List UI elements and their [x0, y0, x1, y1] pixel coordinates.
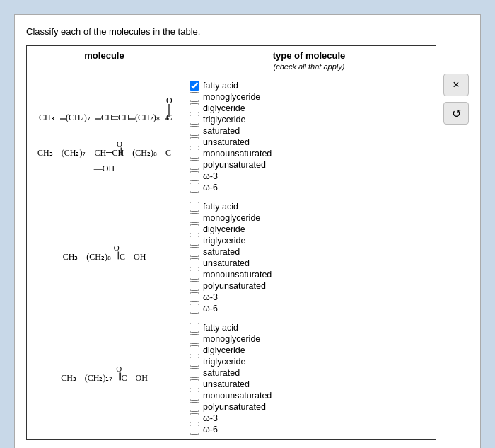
- list-item: monounsaturated: [190, 270, 429, 280]
- list-item: fatty acid: [190, 323, 429, 333]
- list-item: ω-6: [190, 183, 429, 193]
- col1-header: molecule: [27, 46, 182, 76]
- molecule-formula-1: CH₃ (CH₂)₇ CH: [34, 93, 175, 143]
- option-label: unsaturated: [203, 258, 250, 268]
- list-item: monoglyceride: [190, 213, 429, 223]
- list-item: ω-3: [190, 413, 429, 423]
- checkbox-list-1: fatty acid monoglyceride diglyceride: [190, 81, 429, 193]
- checkbox-omega6-3[interactable]: [190, 425, 199, 435]
- option-label: monoglyceride: [203, 213, 260, 223]
- list-item: unsaturated: [190, 137, 429, 147]
- checkbox-diglyceride-3[interactable]: [190, 345, 199, 355]
- option-label: ω-3: [203, 171, 218, 181]
- svg-text:(CH₂)₇: (CH₂)₇: [66, 113, 91, 122]
- checkbox-polyunsaturated-2[interactable]: [190, 281, 199, 291]
- option-label: fatty acid: [203, 202, 238, 212]
- checkbox-omega6-1[interactable]: [190, 183, 199, 193]
- svg-text:CH₃: CH₃: [39, 113, 54, 122]
- list-item: monoglyceride: [190, 92, 429, 102]
- classification-table: molecule type of molecule (check all tha…: [26, 45, 436, 440]
- option-label: monoglyceride: [203, 92, 260, 102]
- close-button[interactable]: ×: [443, 74, 469, 96]
- checkbox-fatty-acid-2[interactable]: [190, 202, 199, 212]
- checkbox-monoglyceride-1[interactable]: [190, 92, 199, 102]
- main-container: Classify each of the molecules in the ta…: [14, 14, 481, 448]
- checkbox-unsaturated-1[interactable]: [190, 137, 199, 147]
- option-label: unsaturated: [203, 379, 250, 389]
- list-item: saturated: [190, 126, 429, 136]
- option-label: saturated: [203, 126, 240, 136]
- list-item: monounsaturated: [190, 391, 429, 401]
- checkbox-omega3-1[interactable]: [190, 171, 199, 181]
- list-item: triglyceride: [190, 236, 429, 246]
- controls-column: × ↺: [443, 45, 469, 125]
- checkbox-monounsaturated-3[interactable]: [190, 391, 199, 401]
- checkbox-saturated-2[interactable]: [190, 247, 199, 257]
- checkbox-omega3-3[interactable]: [190, 413, 199, 423]
- checkbox-monoglyceride-2[interactable]: [190, 213, 199, 223]
- col2-header-text: type of molecule: [273, 50, 346, 61]
- checkbox-triglyceride-1[interactable]: [190, 115, 199, 125]
- checkbox-diglyceride-1[interactable]: [190, 103, 199, 113]
- list-item: ω-6: [190, 425, 429, 435]
- checkbox-unsaturated-2[interactable]: [190, 258, 199, 268]
- list-item: diglyceride: [190, 345, 429, 355]
- option-label: monounsaturated: [203, 149, 272, 159]
- list-item: unsaturated: [190, 258, 429, 268]
- list-item: polyunsaturated: [190, 281, 429, 291]
- option-label: saturated: [203, 368, 240, 378]
- checkbox-list-2: fatty acid monoglyceride diglyceride: [190, 202, 429, 314]
- checkbox-triglyceride-3[interactable]: [190, 357, 199, 367]
- option-label: saturated: [203, 247, 240, 257]
- checkbox-fatty-acid-1[interactable]: [190, 81, 199, 91]
- checkbox-omega3-2[interactable]: [190, 292, 199, 302]
- molecule-cell-3: O ∥ CH₃—(CH₂)₁₇—C—OH: [27, 318, 182, 440]
- checkbox-polyunsaturated-1[interactable]: [190, 160, 199, 170]
- checkbox-triglyceride-2[interactable]: [190, 236, 199, 246]
- option-label: monounsaturated: [203, 391, 272, 401]
- checkbox-saturated-3[interactable]: [190, 368, 199, 378]
- checkbox-unsaturated-3[interactable]: [190, 379, 199, 389]
- checkbox-omega6-2[interactable]: [190, 304, 199, 314]
- option-label: ω-6: [203, 425, 218, 435]
- option-label: ω-3: [203, 413, 218, 423]
- table-row: O ∥ CH₃—(CH₂)₈—C—OH fatty acid: [27, 197, 436, 318]
- col2-header: type of molecule (check all that apply): [182, 46, 436, 76]
- refresh-icon: ↺: [452, 107, 461, 120]
- option-label: monoglyceride: [203, 334, 260, 344]
- option-label: ω-6: [203, 183, 218, 193]
- checkbox-monoglyceride-3[interactable]: [190, 334, 199, 344]
- list-item: polyunsaturated: [190, 402, 429, 412]
- checkbox-diglyceride-2[interactable]: [190, 224, 199, 234]
- list-item: ω-6: [190, 304, 429, 314]
- options-cell-1: fatty acid monoglyceride diglyceride: [182, 76, 436, 197]
- option-label: unsaturated: [203, 137, 250, 147]
- refresh-button[interactable]: ↺: [443, 102, 469, 125]
- list-item: diglyceride: [190, 224, 429, 234]
- option-label: polyunsaturated: [203, 281, 266, 291]
- molecule-svg-1: CH₃ (CH₂)₇ CH: [37, 93, 172, 143]
- list-item: unsaturated: [190, 379, 429, 389]
- list-item: saturated: [190, 247, 429, 257]
- svg-text:CH: CH: [118, 113, 130, 122]
- list-item: fatty acid: [190, 81, 429, 91]
- options-cell-3: fatty acid monoglyceride diglyceride: [182, 318, 436, 440]
- list-item: ω-3: [190, 171, 429, 181]
- option-label: ω-3: [203, 292, 218, 302]
- option-label: diglyceride: [203, 103, 245, 113]
- option-label: polyunsaturated: [203, 402, 266, 412]
- checkbox-polyunsaturated-3[interactable]: [190, 402, 199, 412]
- list-item: saturated: [190, 368, 429, 378]
- option-label: diglyceride: [203, 224, 245, 234]
- checkbox-saturated-1[interactable]: [190, 126, 199, 136]
- svg-text:(CH₂)₈: (CH₂)₈: [135, 113, 160, 122]
- svg-text:CH: CH: [101, 113, 113, 122]
- list-item: monounsaturated: [190, 149, 429, 159]
- close-icon: ×: [453, 79, 459, 91]
- checkbox-monounsaturated-2[interactable]: [190, 270, 199, 280]
- checkbox-fatty-acid-3[interactable]: [190, 323, 199, 333]
- option-label: ω-6: [203, 304, 218, 314]
- checkbox-monounsaturated-1[interactable]: [190, 149, 199, 159]
- option-label: polyunsaturated: [203, 160, 266, 170]
- molecule-cell-1: CH₃ (CH₂)₇ CH: [27, 76, 182, 197]
